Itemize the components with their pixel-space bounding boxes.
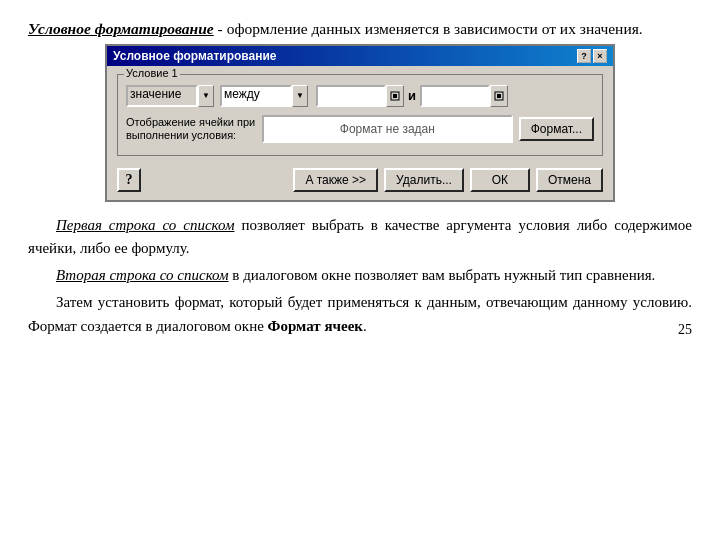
ok-button[interactable]: ОК [470,168,530,192]
p2-rest: в диалоговом окне позволяет вам выбрать … [229,267,656,283]
condition-select2-container: между ▼ [220,85,308,107]
dialog-close-button[interactable]: × [593,49,607,63]
condition-input2[interactable] [420,85,490,107]
paragraph2: Вторая строка со списком в диалоговом ок… [28,264,692,287]
svg-rect-1 [393,94,397,98]
format-row: Отображение ячейки при выполнении услови… [126,115,594,143]
p1-italic: Первая строка со списком [56,217,235,233]
p3-end: . [363,318,367,334]
condition-input2-container [420,85,508,107]
condition-input2-icon[interactable] [490,85,508,107]
condition-select1[interactable]: значение [126,85,198,107]
also-button[interactable]: А также >> [293,168,378,192]
condition-input1[interactable] [316,85,386,107]
format-label-line2: выполнении условия: [126,129,236,141]
condition-row: значение ▼ между ▼ и [126,85,594,107]
condition-and-label: и [408,88,416,103]
footer-help: ? [117,168,141,192]
body-text: Первая строка со списком позволяет выбра… [28,214,692,338]
dialog-help-button[interactable]: ? [577,49,591,63]
delete-button[interactable]: Удалить... [384,168,464,192]
condition-group: Условие 1 значение ▼ между ▼ [117,74,603,156]
page-title: Условное форматирование - оформление дан… [28,18,692,40]
condition-input1-icon[interactable] [386,85,404,107]
condition-input1-container [316,85,404,107]
format-button[interactable]: Формат... [519,117,594,141]
dialog-title: Условное форматирование [113,49,276,63]
dialog-footer: ? А также >> Удалить... ОК Отмена [117,164,603,192]
condition-select2-arrow[interactable]: ▼ [292,85,308,107]
page-number: 25 [678,319,692,341]
svg-rect-3 [497,94,501,98]
dialog-body: Условие 1 значение ▼ между ▼ [107,66,613,200]
title-rest-part: - оформление данных изменяется в зависим… [214,20,643,37]
dialog-titlebar: Условное форматирование ? × [107,46,613,66]
help-button[interactable]: ? [117,168,141,192]
condition-select1-arrow[interactable]: ▼ [198,85,214,107]
paragraph1: Первая строка со списком позволяет выбра… [28,214,692,261]
dialog-titlebar-buttons: ? × [577,49,607,63]
format-label: Отображение ячейки при выполнении услови… [126,116,256,142]
cancel-button[interactable]: Отмена [536,168,603,192]
p3-bold: Формат ячеек [268,318,363,334]
p2-italic: Вторая строка со списком [56,267,229,283]
paragraph3: Затем установить формат, который будет п… [28,291,692,338]
title-italic-part: Условное форматирование [28,20,214,37]
condition-select1-container: значение ▼ [126,85,214,107]
conditional-format-dialog: Условное форматирование ? × Условие 1 зн… [105,44,615,202]
condition-select2[interactable]: между [220,85,292,107]
format-label-line1: Отображение ячейки при [126,116,255,128]
format-preview: Формат не задан [262,115,513,143]
condition-group-label: Условие 1 [124,67,180,79]
